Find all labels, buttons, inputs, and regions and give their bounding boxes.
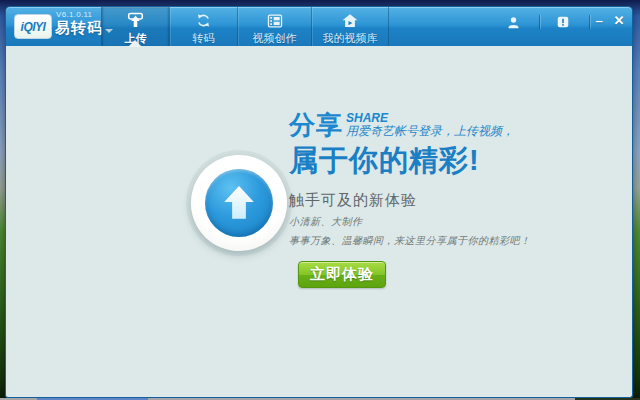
feedback-icon <box>556 15 570 29</box>
tab-my-library[interactable]: 我的视频库 <box>311 7 389 47</box>
iqiyi-logo: iQIYI <box>14 14 52 39</box>
tab-my-library-label: 我的视频库 <box>323 31 378 46</box>
main-content: 分享 SHARE 用爱奇艺帐号登录，上传视频， 属于你的精彩! 触手可及的新体验… <box>5 46 633 398</box>
film-icon <box>266 12 284 29</box>
product-name: 易转码 <box>55 19 103 38</box>
transcode-icon <box>195 12 212 29</box>
version-label: V6.1.0.11 <box>56 10 92 19</box>
tab-video-create[interactable]: 视频创作 <box>237 7 311 47</box>
feedback-button[interactable] <box>554 13 572 31</box>
account-button[interactable] <box>504 13 522 31</box>
promo-block: 分享 SHARE 用爱奇艺帐号登录，上传视频， 属于你的精彩! 触手可及的新体验… <box>289 112 629 288</box>
share-title-en: SHARE <box>346 112 514 124</box>
tab-transcode[interactable]: 转码 <box>169 7 237 47</box>
titlebar[interactable]: iQIYI V6.1.0.11 易转码 上传 <box>5 6 633 46</box>
app-window: iQIYI V6.1.0.11 易转码 上传 <box>5 6 633 398</box>
upload-icon <box>126 12 145 29</box>
brand-text: iQIYI <box>21 20 46 34</box>
home-icon <box>341 12 359 29</box>
tab-transcode-label: 转码 <box>193 31 215 46</box>
share-col: SHARE 用爱奇艺帐号登录，上传视频， <box>346 112 514 138</box>
upload-circle-button[interactable] <box>191 155 287 251</box>
tab-bar: 上传 转码 <box>101 7 389 47</box>
headline: 属于你的精彩! <box>289 141 629 181</box>
tagline-2: 事事万象、温馨瞬间，来这里分享属于你的精彩吧！ <box>289 234 629 248</box>
share-row: 分享 SHARE 用爱奇艺帐号登录，上传视频， <box>289 112 629 138</box>
share-title: 分享 <box>289 112 343 138</box>
close-button[interactable]: ✕ <box>610 12 628 30</box>
tagline-1: 小清新、大制作 <box>289 215 629 229</box>
separator <box>539 15 540 29</box>
minimize-button[interactable]: – <box>590 12 608 30</box>
upload-circle-inner <box>205 169 273 237</box>
active-tab-notch <box>128 40 142 47</box>
subheadline: 触手可及的新体验 <box>289 191 629 210</box>
share-subtitle: 用爱奇艺帐号登录，上传视频， <box>346 124 514 138</box>
try-now-button[interactable]: 立即体验 <box>298 261 386 288</box>
desktop: iQIYI V6.1.0.11 易转码 上传 <box>0 0 640 400</box>
tab-video-create-label: 视频创作 <box>253 31 297 46</box>
user-icon <box>506 15 521 30</box>
upload-arrow-icon <box>221 184 257 222</box>
